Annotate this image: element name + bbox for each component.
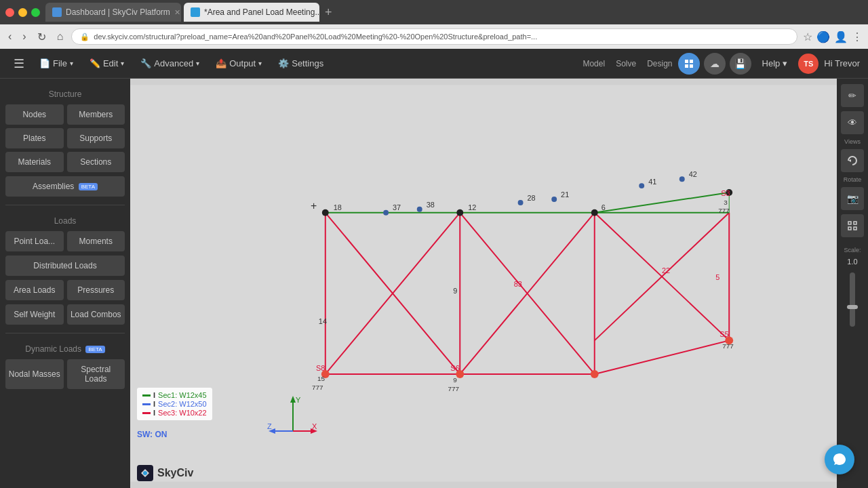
chat-button[interactable] [825,445,854,474]
svg-text:S5: S5 [719,330,728,338]
model-label[interactable]: Model [583,59,605,68]
tab-skyciv[interactable]: *Area and Panel Load Meeting... ✕ [184,3,319,22]
distributed-loads-button[interactable]: Distributed Loads [5,256,125,276]
svg-point-36 [417,207,422,212]
spectral-loads-button[interactable]: Spectral Loads [67,359,125,389]
svg-rect-74 [848,222,851,224]
model-icon-btn[interactable] [678,53,700,75]
file-menu[interactable]: 📄 File ▾ [33,54,80,73]
minimize-button[interactable] [18,8,27,17]
edit-menu[interactable]: ✏️ Edit ▾ [83,54,131,73]
eye-panel-button[interactable]: 👁 [841,111,864,134]
svg-text:9: 9 [453,287,457,295]
forward-button[interactable]: › [20,29,28,44]
new-tab-button[interactable]: + [325,5,332,20]
disk-icon-btn[interactable]: 💾 [730,53,751,75]
file-icon: 📄 [39,58,50,68]
scale-slider[interactable] [850,272,855,327]
svg-text:38: 38 [427,201,435,209]
extension-icon[interactable]: 🔵 [816,30,830,43]
lock-icon: 🔒 [80,33,90,41]
distributed-loads-grid: Distributed Loads [5,256,125,276]
model-tabs: Model Solve Design [583,59,672,68]
hamburger-menu[interactable]: ☰ [8,54,30,74]
home-button[interactable]: ⌂ [54,29,66,44]
maximize-button[interactable] [31,8,40,17]
svg-text:15: 15 [317,375,326,382]
svg-text:5: 5 [715,273,719,281]
supports-button[interactable]: Supports [67,128,125,148]
scale-thumb[interactable] [847,305,858,309]
dynamic-loads-btn-grid: Nodal Masses Spectral Loads [5,359,125,389]
design-label[interactable]: Design [647,59,672,68]
nodes-button[interactable]: Nodes [5,104,64,125]
members-button[interactable]: Members [67,104,125,125]
legend-item-sec2: I Sec2: W12x50 [142,400,207,408]
content-area: Structure Nodes Members Plates Supports … [0,79,868,488]
right-panel: ✏ 👁 Views Rotate 📷 Scale: 1.0 [837,79,868,488]
svg-text:X: X [312,422,317,430]
pressures-button[interactable]: Pressures [67,280,125,300]
cloud-icon-btn[interactable]: ☁ [704,53,726,75]
refresh-button[interactable]: ↻ [35,29,49,45]
help-button[interactable]: Help ▾ [757,56,793,71]
skyciv-logo-icon [137,465,153,481]
materials-button[interactable]: Materials [5,152,64,172]
menu-icon[interactable]: ⋮ [852,30,863,43]
user-name[interactable]: Hi Trevor [824,58,860,68]
tab-favicon-dashboard [52,7,62,17]
close-button[interactable] [5,8,14,17]
skyciv-logo-text: SkyCiv [157,467,193,479]
settings-menu[interactable]: ⚙️ Settings [271,54,330,73]
screenshot-button[interactable]: 📷 [841,187,864,210]
structure-title: Structure [5,85,125,102]
legend-color-sec2 [142,403,151,405]
loads-btn-grid-2: Area Loads Pressures [5,280,125,300]
tab-favicon-skyciv [191,7,200,17]
output-icon: 📤 [216,58,226,68]
edit-icon: ✏️ [90,58,100,68]
back-button[interactable]: ‹ [5,29,14,44]
output-menu[interactable]: 📤 Output ▾ [209,54,269,73]
sections-button[interactable]: Sections [67,152,125,172]
structure-btn-grid: Nodes Members Plates Supports Materials … [5,104,125,172]
legend-color-sec1 [142,394,151,396]
edit-panel-button[interactable]: ✏ [841,84,864,107]
viewport[interactable]: 18 12 6 37 38 28 21 41 42 S5 777 S6 [130,79,837,488]
svg-point-38 [518,200,524,205]
assemblies-button[interactable]: Assemblies BETA [5,176,125,197]
area-loads-button[interactable]: Area Loads [5,280,64,300]
svg-rect-75 [854,222,856,224]
self-weight-button[interactable]: Self Weight [5,304,64,325]
svg-text:6: 6 [601,203,606,211]
advanced-menu[interactable]: 🔧 Advanced ▾ [134,54,206,73]
nodal-masses-button[interactable]: Nodal Masses [5,359,64,389]
rotate-button[interactable] [841,149,864,172]
plates-button[interactable]: Plates [5,128,64,148]
svg-text:37: 37 [393,203,401,211]
address-bar[interactable]: 🔒 dev.skyciv.com/structural?preload_name… [71,28,797,45]
tab-close-dashboard[interactable]: ✕ [174,8,180,17]
svg-text:Y: Y [296,396,301,404]
profile-icon[interactable]: 👤 [834,30,848,43]
svg-text:S6: S6 [450,364,459,372]
point-loads-button[interactable]: Point Loa... [5,231,64,251]
svg-point-23 [322,209,329,216]
legend-item-sec3: I Sec3: W10x22 [142,409,207,417]
svg-text:Z: Z [267,422,272,430]
svg-text:21: 21 [561,190,569,199]
bookmark-icon[interactable]: ☆ [803,30,812,43]
moments-button[interactable]: Moments [67,231,125,251]
dynamic-loads-title: Dynamic Loads BETA [5,340,125,357]
address-text: dev.skyciv.com/structural?preload_name=A… [94,33,537,41]
fullscreen-button[interactable] [841,214,864,237]
dynamic-loads-beta-badge: BETA [85,346,104,353]
solve-label[interactable]: Solve [616,59,636,68]
assemblies-beta-badge: BETA [79,183,98,190]
svg-rect-4 [130,85,837,482]
load-combos-button[interactable]: Load Combos [67,304,125,325]
divider-2 [5,333,125,333]
file-menu-arrow: ▾ [70,60,73,67]
tab-dashboard[interactable]: Dashboard | SkyCiv Platform ✕ [45,3,181,22]
help-label: Help [762,58,781,68]
